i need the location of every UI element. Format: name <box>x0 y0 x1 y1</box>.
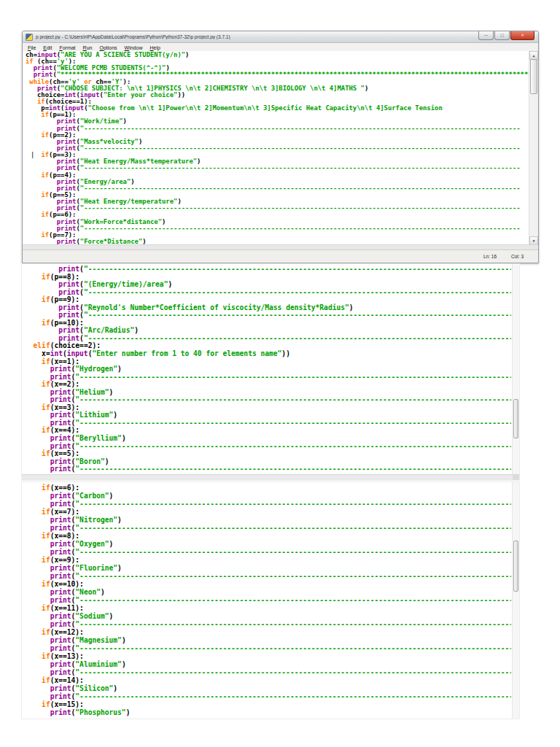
code-screenshot-3: if(x==6): print("Carbon") print("-------… <box>22 482 519 719</box>
code-line: print("---------------------------------… <box>25 596 511 604</box>
code-line: print("---------------------------------… <box>25 289 511 297</box>
menu-item-edit[interactable]: Edit <box>39 45 55 50</box>
code-line: print("Silicon") <box>25 684 511 692</box>
code-line: print("Nitrogen") <box>25 516 511 524</box>
code-line: print("---------------------------------… <box>25 311 511 320</box>
scrollbar-thumb[interactable] <box>513 399 518 438</box>
code-line: if(x==7): <box>25 508 511 516</box>
code-line: if(x==11): <box>25 604 511 612</box>
scrollbar-thumb[interactable] <box>513 541 518 592</box>
code-line: print("Sodium") <box>25 612 511 620</box>
code-line: if(x==8): <box>25 532 511 540</box>
code-line: print("---------------------------------… <box>26 185 529 192</box>
vertical-scrollbar[interactable] <box>512 264 519 475</box>
code-line: print("---------------------------------… <box>25 374 511 382</box>
code-line: print("---------------------------------… <box>25 668 511 676</box>
code-line: if(x==9): <box>25 556 511 564</box>
code-line: x=int(input("Enter number from 1 to 40 f… <box>25 350 511 358</box>
close-button[interactable]: ✕ <box>510 31 534 40</box>
code-line: print("---------------------------------… <box>25 572 511 580</box>
code-line: if(x==15): <box>25 700 511 708</box>
vertical-scrollbar[interactable]: ▲ ▼ <box>529 51 538 245</box>
menu-item-help[interactable]: Help <box>146 45 163 50</box>
code-area[interactable]: ch=input("ARE YOU A SCIENCE STUDENT(y/n)… <box>26 52 529 245</box>
code-editor[interactable]: ch=input("ARE YOU A SCIENCE STUDENT(y/n)… <box>23 51 538 245</box>
code-line: print("---------------------------------… <box>25 443 511 451</box>
code-line: print("---------------------------------… <box>25 524 511 532</box>
code-line: print("---------------------------------… <box>25 266 511 274</box>
code-line: print("---------------------------------… <box>26 145 529 152</box>
title-bar[interactable]: p project.py - C:\Users\HP\AppData\Local… <box>23 31 538 43</box>
code-line: print("---------------------------------… <box>26 225 529 232</box>
code-line: p=int(input("Choose from \n\t 1]Power\n\… <box>26 105 529 112</box>
code-line: print("Carbon") <box>25 492 511 500</box>
scrollbar-thumb[interactable] <box>530 59 537 94</box>
code-line: if(x==6): <box>25 484 511 492</box>
status-line-number: Ln: 16 <box>483 254 497 259</box>
code-line: print("Oxygen") <box>25 540 511 548</box>
window-title: p project.py - C:\Users\HP\AppData\Local… <box>36 34 535 39</box>
code-line: print("---------------------------------… <box>25 419 511 427</box>
code-line: print("Aluminium") <box>25 660 511 668</box>
code-area[interactable]: print("---------------------------------… <box>25 266 511 474</box>
python-file-icon <box>26 34 33 41</box>
code-line: if(x==14): <box>25 676 511 684</box>
code-line: if(x==10): <box>25 580 511 588</box>
code-line: print("Fluorine") <box>25 564 511 572</box>
vertical-scrollbar[interactable] <box>512 482 519 719</box>
menu-item-format[interactable]: Format <box>55 45 79 50</box>
code-line: print("---------------------------------… <box>25 396 511 404</box>
code-screenshot-2: print("---------------------------------… <box>22 264 519 480</box>
code-line: if(x==12): <box>25 628 511 636</box>
code-line: if(x==13): <box>25 652 511 660</box>
minimize-button[interactable]: — <box>478 31 494 40</box>
status-bar: Ln: 16 Col: 3 <box>23 249 538 263</box>
code-line: print("Magnesium") <box>25 636 511 644</box>
code-line: choice=int(input("Enter your choice")) <box>26 92 529 98</box>
code-line: print("---------------------------------… <box>26 205 529 212</box>
code-line: print("Neon") <box>25 588 511 596</box>
menu-item-run[interactable]: Run <box>79 45 96 50</box>
code-line: ch=input("ARE YOU A SCIENCE STUDENT(y/n)… <box>26 52 529 58</box>
scrollbar-corner <box>513 475 519 480</box>
horizontal-scrollbar[interactable] <box>22 474 519 480</box>
code-line: print("---------------------------------… <box>25 644 511 652</box>
status-column-number: Col: 3 <box>511 254 524 259</box>
code-line: print("Phosphorus") <box>25 708 511 716</box>
maximize-button[interactable]: ▢ <box>494 31 510 40</box>
code-line: print("---------------------------------… <box>25 465 511 473</box>
code-line: print("---------------------------------… <box>25 500 511 508</box>
menu-item-file[interactable]: File <box>24 45 39 50</box>
window-controls: — ▢ ✕ <box>478 31 534 40</box>
menu-item-window[interactable]: Window <box>121 45 147 50</box>
code-line: print("---------------------------------… <box>26 125 529 132</box>
idle-window: p project.py - C:\Users\HP\AppData\Local… <box>22 31 539 263</box>
code-area[interactable]: if(x==6): print("Carbon") print("-------… <box>25 484 511 717</box>
code-line: print("---------------------------------… <box>25 692 511 700</box>
code-line: print("---------------------------------… <box>26 165 529 171</box>
code-line: print("---------------------------------… <box>25 620 511 628</box>
code-line: print("---------------------------------… <box>25 548 511 556</box>
menu-item-options[interactable]: Options <box>96 45 120 50</box>
